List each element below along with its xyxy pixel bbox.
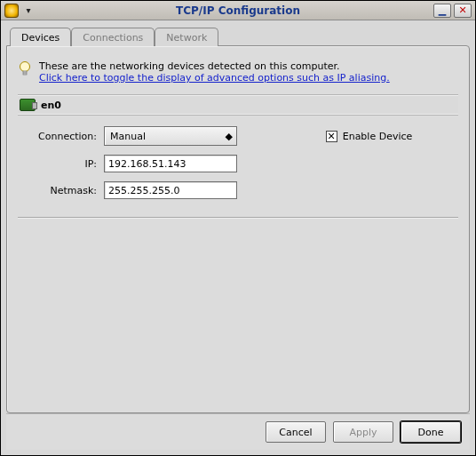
window-content: Devices Connections Network These are th… (1, 20, 475, 455)
ip-field[interactable] (104, 155, 237, 172)
device-header: en0 (18, 94, 458, 116)
done-button[interactable]: Done (401, 421, 461, 443)
tab-panel-devices: These are the networking devices detecte… (6, 45, 470, 413)
svg-point-0 (20, 62, 30, 72)
tab-network[interactable]: Network (155, 28, 218, 46)
apply-button[interactable]: Apply (333, 421, 393, 443)
dialog-button-bar: Cancel Apply Done (6, 413, 470, 450)
window-menu-dropdown-icon[interactable]: ▾ (22, 4, 35, 17)
tab-devices[interactable]: Devices (10, 28, 71, 46)
lightbulb-icon (18, 60, 32, 78)
titlebar[interactable]: ▾ TCP/IP Configuration ▁ ✕ (1, 1, 475, 20)
tabstrip: Devices Connections Network (6, 26, 470, 45)
device-name: en0 (41, 100, 61, 111)
combo-arrow-icon: ◆ (226, 131, 233, 142)
tab-connections[interactable]: Connections (71, 28, 155, 46)
info-text: These are the networking devices detecte… (18, 60, 458, 84)
connection-value: Manual (110, 131, 146, 142)
connection-combo[interactable]: Manual ◆ (104, 126, 237, 146)
netmask-field[interactable] (104, 181, 237, 199)
nic-icon (20, 99, 36, 111)
ip-label: IP: (21, 158, 97, 170)
connection-label: Connection: (21, 131, 97, 142)
netmask-label: Netmask: (21, 185, 97, 196)
enable-device-checkbox[interactable]: ✕ (326, 131, 337, 142)
cancel-button[interactable]: Cancel (266, 421, 326, 443)
window-title: TCP/IP Configuration (1, 4, 475, 17)
info-line1: These are the networking devices detecte… (39, 60, 340, 72)
window-buttons: ▁ ✕ (433, 4, 472, 18)
close-button[interactable]: ✕ (454, 4, 472, 18)
toggle-advanced-link[interactable]: Click here to toggle the display of adva… (39, 72, 390, 84)
tcpip-config-window: ▾ TCP/IP Configuration ▁ ✕ Devices Conne… (0, 0, 476, 456)
app-icon[interactable] (4, 4, 19, 18)
enable-device-label: Enable Device (343, 131, 413, 142)
enable-device-checkbox-wrap[interactable]: ✕ Enable Device (290, 131, 413, 142)
device-form: Connection: Manual ◆ ✕ Enable Device IP:… (18, 126, 458, 199)
minimize-button[interactable]: ▁ (433, 4, 451, 18)
